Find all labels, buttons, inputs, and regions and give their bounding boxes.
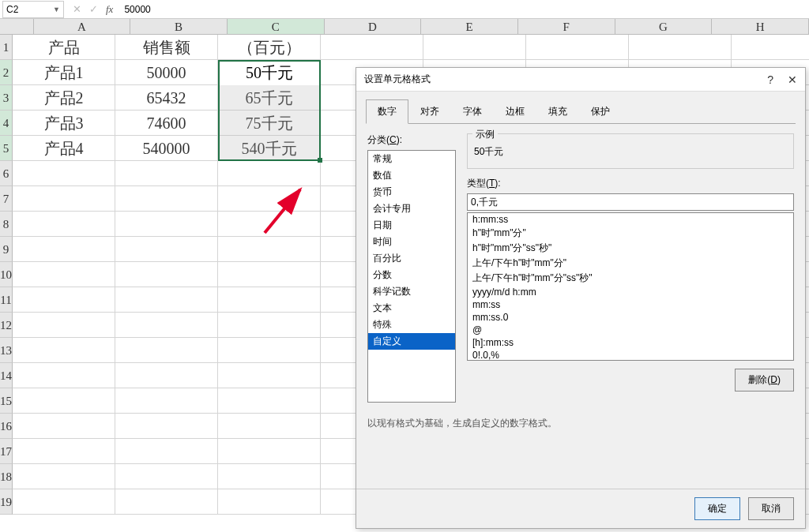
cell[interactable]: [115, 287, 218, 313]
row-header[interactable]: 6: [0, 161, 13, 186]
row-header[interactable]: 4: [0, 111, 13, 136]
cell[interactable]: [13, 186, 115, 212]
row-header[interactable]: 11: [0, 287, 13, 313]
cell[interactable]: [13, 388, 115, 414]
cell[interactable]: [115, 212, 218, 237]
cell[interactable]: [13, 262, 115, 287]
type-item[interactable]: 上午/下午h"时"mm"分": [468, 256, 793, 271]
category-list[interactable]: 常规 数值 货币 会计专用 日期 时间 百分比 分数 科学记数 文本 特殊 自定…: [367, 150, 456, 403]
type-item[interactable]: h"时"mm"分"ss"秒": [468, 241, 793, 256]
cell[interactable]: [218, 489, 321, 515]
cell[interactable]: [115, 313, 218, 338]
cell[interactable]: 产品1: [13, 60, 115, 85]
formula-input[interactable]: 50000: [119, 4, 809, 15]
row-header[interactable]: 19: [0, 489, 13, 515]
col-header-F[interactable]: F: [518, 19, 615, 34]
cell[interactable]: [13, 161, 115, 186]
type-item[interactable]: h"时"mm"分": [468, 226, 793, 241]
cell[interactable]: 540千元: [218, 136, 321, 161]
cell[interactable]: [115, 338, 218, 363]
row-header[interactable]: 18: [0, 464, 13, 489]
row-header[interactable]: 17: [0, 439, 13, 464]
cell[interactable]: [526, 35, 629, 60]
row-header[interactable]: 8: [0, 212, 13, 237]
col-header-H[interactable]: H: [712, 19, 809, 34]
cell[interactable]: [218, 262, 321, 287]
cell[interactable]: [321, 35, 423, 60]
cell[interactable]: [13, 414, 115, 439]
cell[interactable]: [218, 161, 321, 186]
cell[interactable]: 65千元: [218, 85, 321, 111]
category-item[interactable]: 分数: [368, 267, 455, 283]
cell[interactable]: [13, 212, 115, 237]
cell[interactable]: [218, 464, 321, 489]
category-item[interactable]: 日期: [368, 217, 455, 234]
cell[interactable]: [218, 287, 321, 313]
type-item[interactable]: @: [468, 324, 793, 336]
row-header[interactable]: 5: [0, 136, 13, 161]
cancel-button[interactable]: 取消: [748, 497, 794, 520]
cell[interactable]: [13, 237, 115, 262]
cell[interactable]: [218, 237, 321, 262]
delete-button[interactable]: 删除(D): [735, 369, 794, 392]
dialog-titlebar[interactable]: 设置单元格格式 ? ✕: [356, 68, 805, 92]
col-header-E[interactable]: E: [421, 19, 518, 34]
category-item[interactable]: 货币: [368, 184, 455, 200]
fx-icon[interactable]: fx: [106, 3, 113, 16]
col-header-C[interactable]: C: [228, 19, 325, 34]
cell[interactable]: [115, 439, 218, 464]
cell[interactable]: [218, 439, 321, 464]
close-icon[interactable]: ✕: [788, 73, 797, 86]
category-item[interactable]: 特殊: [368, 317, 455, 333]
cell[interactable]: [115, 363, 218, 388]
row-header[interactable]: 9: [0, 237, 13, 262]
row-header[interactable]: 16: [0, 414, 13, 439]
cell[interactable]: [218, 363, 321, 388]
category-item[interactable]: 科学记数: [368, 283, 455, 300]
name-box[interactable]: C2 ▼: [2, 1, 64, 18]
cell[interactable]: [218, 388, 321, 414]
cell[interactable]: [13, 313, 115, 338]
cell[interactable]: [115, 161, 218, 186]
cell[interactable]: 540000: [115, 136, 218, 161]
ok-button[interactable]: 确定: [694, 497, 740, 520]
cell[interactable]: 75千元: [218, 111, 321, 136]
cell[interactable]: 74600: [115, 111, 218, 136]
cell[interactable]: [732, 35, 809, 60]
help-icon[interactable]: ?: [767, 73, 773, 86]
col-header-G[interactable]: G: [615, 19, 713, 34]
cell[interactable]: [218, 60, 321, 85]
cell[interactable]: [218, 414, 321, 439]
cell[interactable]: [423, 35, 526, 60]
cell[interactable]: [13, 439, 115, 464]
category-item[interactable]: 数值: [368, 167, 455, 184]
category-item[interactable]: 会计专用: [368, 200, 455, 217]
tab-protect[interactable]: 保护: [579, 99, 622, 124]
type-input[interactable]: [467, 193, 794, 211]
cell[interactable]: [115, 414, 218, 439]
select-all-corner[interactable]: [0, 19, 34, 34]
row-header[interactable]: 12: [0, 313, 13, 338]
row-header[interactable]: 14: [0, 363, 13, 388]
cell[interactable]: [115, 186, 218, 212]
col-header-D[interactable]: D: [325, 19, 422, 34]
category-item[interactable]: 文本: [368, 300, 455, 317]
row-header[interactable]: 13: [0, 338, 13, 363]
cell[interactable]: 产品2: [13, 85, 115, 111]
type-item[interactable]: [h]:mm:ss: [468, 336, 793, 349]
cell[interactable]: [115, 237, 218, 262]
category-item-custom[interactable]: 自定义: [368, 333, 455, 350]
cell[interactable]: [629, 35, 732, 60]
cell[interactable]: [218, 338, 321, 363]
row-header[interactable]: 7: [0, 186, 13, 212]
tab-font[interactable]: 字体: [451, 99, 494, 124]
cell[interactable]: [115, 262, 218, 287]
cell[interactable]: [115, 464, 218, 489]
type-item[interactable]: yyyy/m/d h:mm: [468, 286, 793, 298]
cell[interactable]: （百元）: [218, 35, 321, 60]
category-item[interactable]: 常规: [368, 151, 455, 167]
cell[interactable]: 65432: [115, 85, 218, 111]
cell[interactable]: [13, 338, 115, 363]
type-item[interactable]: 上午/下午h"时"mm"分"ss"秒": [468, 271, 793, 286]
row-header[interactable]: 3: [0, 85, 13, 111]
